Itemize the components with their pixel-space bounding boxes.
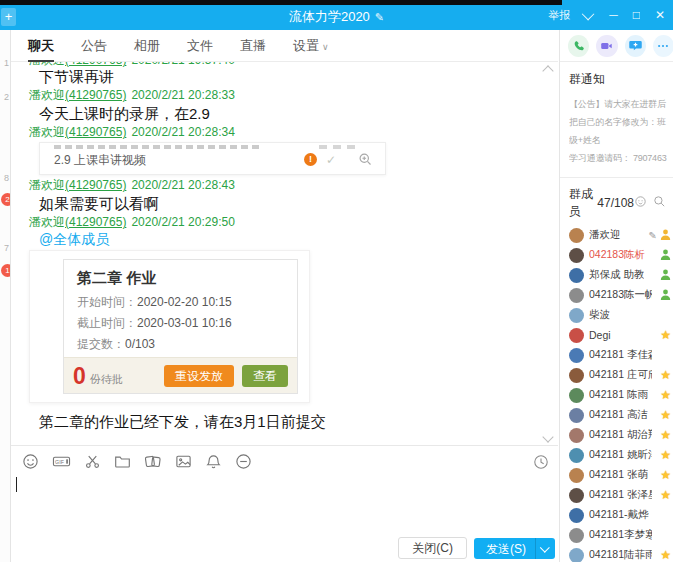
tab-announcement[interactable]: 公告 bbox=[81, 37, 107, 55]
file-name[interactable]: 2.9 上课串讲视频 bbox=[54, 153, 146, 167]
member-row[interactable]: 042181 陈雨 ✎ ★ bbox=[560, 385, 673, 405]
homework-start-row: 开始时间：2020-02-20 10:15 bbox=[77, 292, 284, 313]
emoji-icon[interactable] bbox=[22, 453, 39, 470]
tab-album[interactable]: 相册 bbox=[134, 37, 160, 55]
background-window-edge bbox=[0, 0, 562, 5]
avatar bbox=[569, 528, 584, 543]
send-options-chevron-icon[interactable] bbox=[536, 538, 555, 559]
member-row[interactable]: 042181-戴烨 ✎ ★ bbox=[560, 505, 673, 525]
message-input[interactable] bbox=[15, 474, 548, 534]
view-button[interactable]: 查看 bbox=[242, 365, 288, 387]
star-icon: ★ bbox=[660, 409, 671, 421]
tab-live[interactable]: 直播 bbox=[240, 37, 266, 55]
message-area[interactable]: 潘欢迎(41290765)2020/2/21 19:57:40 下节课再讲 潘欢… bbox=[11, 62, 558, 445]
zoom-in-icon[interactable] bbox=[358, 152, 373, 167]
role-badge-icon bbox=[660, 289, 671, 301]
sender-uin-link[interactable]: (41290765) bbox=[65, 215, 126, 229]
field-value: 2020-03-01 10:16 bbox=[137, 316, 232, 330]
member-row[interactable]: 柴波 ✎ ★ bbox=[560, 305, 673, 325]
homework-submissions-row: 提交数：0/103 bbox=[77, 334, 284, 355]
session-strip[interactable]: 1 2 8 2 7 1 bbox=[0, 30, 11, 562]
edit-title-icon[interactable]: ✎ bbox=[375, 11, 384, 24]
member-row[interactable]: 042181 张泽星 ✎ ★ bbox=[560, 485, 673, 505]
mention-all[interactable]: @全体成员 bbox=[39, 232, 558, 247]
member-row[interactable]: Degi ✎ ★ bbox=[560, 325, 673, 345]
member-row[interactable]: 042181 姚昕洋 ✎ ★ bbox=[560, 445, 673, 465]
video-call-button[interactable] bbox=[596, 35, 617, 57]
maximize-button[interactable]: □ bbox=[633, 9, 640, 21]
homework-title: 第二章 作业 bbox=[77, 269, 284, 286]
member-list[interactable]: 潘欢迎 ✎ ★ 042183陈析 ✎ ★ bbox=[560, 225, 673, 562]
member-row[interactable]: 042181 张萌 ✎ ★ bbox=[560, 465, 673, 485]
members-header: 群成员 47/108 bbox=[560, 178, 673, 225]
report-button[interactable]: 举报 bbox=[548, 8, 570, 23]
create-group-app-button[interactable] bbox=[625, 35, 646, 57]
minimize-button[interactable]: ─ bbox=[609, 9, 618, 21]
close-chat-button[interactable]: 关闭(C) bbox=[398, 537, 467, 559]
tab-files[interactable]: 文件 bbox=[187, 37, 213, 55]
edit-member-card-icon[interactable]: ✎ bbox=[649, 230, 657, 241]
send-button[interactable]: 发送(S) bbox=[474, 538, 555, 559]
unread-badge: 1 bbox=[1, 264, 11, 277]
tab-bar: 聊天 公告 相册 文件 直播 设置∨ bbox=[11, 30, 558, 62]
member-row[interactable]: 042181 李佳森 ✎ ★ bbox=[560, 345, 673, 365]
file-share-card[interactable]: 2.9 上课串讲视频 ! ✓ bbox=[39, 142, 386, 175]
member-row[interactable]: 042181 胡治翔 ✎ ★ bbox=[560, 425, 673, 445]
field-value: 0/103 bbox=[125, 337, 155, 351]
member-row[interactable]: 042181李梦寒 ✎ ★ bbox=[560, 525, 673, 545]
sender-uin-link[interactable]: (41290765) bbox=[65, 125, 126, 139]
sticker-collection-icon[interactable] bbox=[144, 453, 162, 470]
voice-call-button[interactable] bbox=[568, 35, 589, 57]
check-icon: ✓ bbox=[326, 153, 336, 167]
message-text: 第二章的作业已经下发，请在3月1日前提交 bbox=[39, 413, 558, 431]
gif-icon[interactable]: GIF bbox=[52, 453, 71, 470]
more-actions-button[interactable] bbox=[653, 35, 673, 57]
shake-bell-icon[interactable] bbox=[205, 453, 222, 470]
message-time: 2020/2/21 20:28:43 bbox=[131, 178, 234, 192]
member-name: 042181 姚昕洋 bbox=[589, 448, 652, 462]
role-badge-icon bbox=[660, 229, 671, 241]
message-history-icon[interactable] bbox=[533, 454, 549, 470]
sender-uin-link[interactable]: (41290765) bbox=[65, 178, 126, 192]
sender-uin-link[interactable]: (41290765) bbox=[65, 88, 126, 102]
avatar bbox=[569, 488, 584, 503]
message-text: 下节课再讲 bbox=[39, 68, 558, 85]
member-row[interactable]: 潘欢迎 ✎ ★ bbox=[560, 225, 673, 245]
tab-chat[interactable]: 聊天 bbox=[28, 37, 54, 55]
avatar bbox=[569, 348, 584, 363]
titlebar-chevron-down-icon[interactable] bbox=[582, 7, 595, 20]
tab-settings[interactable]: 设置∨ bbox=[293, 37, 329, 55]
member-name: 042181 高洁 bbox=[589, 408, 648, 422]
session-count: 8 bbox=[4, 173, 9, 183]
homework-bubble: 第二章 作业 开始时间：2020-02-20 10:15 截止时间：2020-0… bbox=[29, 250, 310, 403]
send-file-icon[interactable] bbox=[114, 453, 131, 470]
member-row[interactable]: 042181陆菲雨 ✎ ★ bbox=[560, 545, 673, 562]
field-value: 2020-02-20 10:15 bbox=[137, 295, 232, 309]
reset-distribute-button[interactable]: 重设发放 bbox=[164, 365, 234, 387]
search-member-icon[interactable] bbox=[653, 195, 666, 211]
group-notice-panel[interactable]: 群通知 【公告】请大家在进群后， 把自己的名字修改为：班 级+姓名 学习通邀请码… bbox=[560, 62, 673, 178]
notice-line: 学习通邀请码： 7907463 bbox=[569, 149, 668, 167]
avatar bbox=[569, 288, 584, 303]
member-name: 042181 庄可欣 bbox=[589, 368, 652, 382]
member-row[interactable]: 042181 高洁 ✎ ★ bbox=[560, 405, 673, 425]
scroll-down-icon[interactable] bbox=[542, 431, 553, 442]
clipped-file-row bbox=[54, 143, 355, 149]
sender-uin-link[interactable]: (41290765) bbox=[65, 62, 126, 67]
composer[interactable]: GIF 关闭(C) 发送(S) bbox=[11, 445, 558, 562]
member-name: 042181陆菲雨 bbox=[589, 548, 652, 562]
avatar bbox=[569, 268, 584, 283]
member-row[interactable]: 042183陈一帆 ✎ ★ bbox=[560, 285, 673, 305]
member-row[interactable]: 042181 庄可欣 ✎ ★ bbox=[560, 365, 673, 385]
pending-count: 0 bbox=[73, 365, 86, 387]
member-settings-icon[interactable] bbox=[634, 195, 647, 211]
member-row[interactable]: 郑保成 助教 ✎ ★ bbox=[560, 265, 673, 285]
close-button[interactable]: ✕ bbox=[655, 9, 665, 21]
image-icon[interactable] bbox=[175, 453, 192, 470]
sender-name: 潘欢迎 bbox=[29, 215, 65, 229]
homework-card[interactable]: 第二章 作业 开始时间：2020-02-20 10:15 截止时间：2020-0… bbox=[63, 259, 298, 394]
mute-message-icon[interactable] bbox=[235, 453, 252, 470]
avatar bbox=[569, 408, 584, 423]
member-row[interactable]: 042183陈析 ✎ ★ bbox=[560, 245, 673, 265]
screenshot-icon[interactable] bbox=[84, 453, 101, 470]
